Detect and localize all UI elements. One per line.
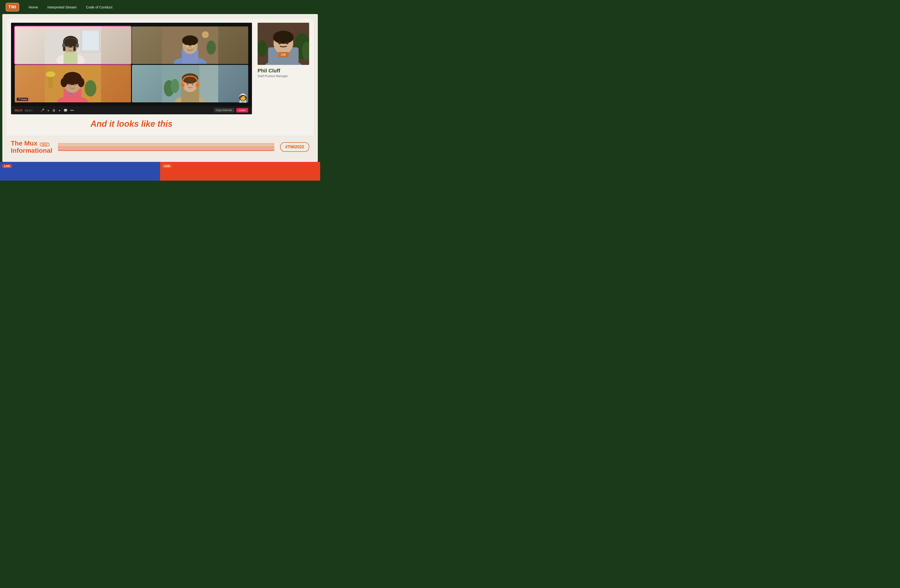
svg-point-63 [273,31,294,44]
stripe-4 [58,147,275,148]
astronaut-decoration: 🧑‍🚀 [237,93,248,103]
svg-point-64 [278,42,281,44]
participant-video-4 [132,65,248,102]
svg-point-12 [67,46,69,48]
tile-2-noise [160,162,320,181]
svg-rect-51 [196,83,199,87]
svg-point-17 [202,31,209,39]
live-tile-1: LIVE [0,162,160,181]
brand-line1: The Mux [11,139,37,147]
svg-rect-9 [73,42,76,51]
footer-strip: The Mux 2022 Informational #TMI2022 [6,136,314,158]
brand-line2: Informational [11,147,52,155]
more-icon[interactable]: ••• [70,108,74,112]
speaker-name: Phil Cluff [258,68,309,74]
svg-point-29 [46,71,55,77]
stripes-decoration [58,143,275,151]
participant-3-visual [15,65,131,102]
brand-text-line1: The Mux 2022 [11,140,52,147]
video-section: 🎤 Muted [11,23,252,131]
tile-1-noise [0,162,160,181]
video-grid: 🎤 Muted [11,23,252,106]
svg-point-30 [85,80,96,96]
nav-code-of-conduct[interactable]: Code of Conduct [86,5,113,9]
svg-rect-14 [64,52,78,64]
speaker-panel: LUX Phil Cluff Staff Product Manager [258,23,309,131]
participant-video-3: 🎤 Muted [15,65,131,102]
participant-4-visual [132,65,248,102]
svg-rect-11 [76,43,79,47]
screen-chevron[interactable]: ▲ [58,109,61,111]
main-content: 🎤 Muted [2,14,318,162]
mic-icon[interactable]: 🎤 [40,108,44,112]
svg-point-43 [171,79,179,93]
muted-indicator: 🎤 Muted [17,98,28,101]
navigation: TMI Home Interpreted Stream Code of Cond… [0,0,320,14]
mux-meet-window: 🎤 Muted [11,23,252,115]
nav-interpreted-stream[interactable]: Interpreted Stream [47,5,77,9]
tmi-brand-logo: The Mux 2022 Informational [11,140,52,155]
svg-point-58 [258,40,267,57]
participant-video-1 [15,26,131,64]
participant-cell-4 [132,65,248,102]
svg-point-37 [78,78,84,87]
toolbar-icons: 🎤 ▲ 🖥 ▲ 💬 ••• [40,108,74,112]
meet-sub-text: MEET [25,109,33,112]
mic-chevron[interactable]: ▲ [47,109,50,111]
speaker-title: Staff Product Manager [258,74,309,78]
participant-cell-2 [132,26,248,64]
hashtag-badge: #TMI2022 [280,142,309,152]
logo: TMI [6,3,19,11]
participant-2-visual [132,26,248,64]
copy-invite-link-button[interactable]: Copy Invite link [214,108,234,113]
meet-toolbar: MUX MEET 🎤 ▲ 🖥 ▲ 💬 ••• Copy Invite link … [11,106,252,115]
participant-cell-3: 🎤 Muted [15,65,131,102]
content-card: 🎤 Muted [6,18,314,136]
speaker-video: LUX [258,23,309,65]
screen-icon[interactable]: 🖥 [52,108,56,112]
svg-point-13 [72,46,74,48]
stripe-5 [58,149,275,150]
mux-logo-text: MUX [15,108,23,112]
leave-button[interactable]: Leave [236,108,248,113]
participant-cell-1 [15,26,131,64]
stripe-3 [58,146,275,147]
live-tiles: LIVE LIVE [0,162,320,181]
svg-point-38 [69,84,71,86]
svg-rect-10 [62,43,65,47]
svg-rect-24 [191,45,195,48]
live-tile-2: LIVE [160,162,320,181]
participant-video-2 [132,26,248,64]
speaker-visual: LUX [258,23,309,65]
svg-point-53 [192,84,194,85]
svg-rect-44 [199,65,218,102]
svg-point-65 [286,42,289,44]
svg-rect-2 [82,31,99,50]
mux-meet-logo: MUX MEET [15,108,33,113]
participant-1-visual [15,26,131,64]
svg-point-39 [74,84,76,86]
svg-point-22 [182,36,198,46]
svg-rect-23 [185,45,189,48]
year-badge: 2022 [40,143,49,146]
nav-home[interactable]: Home [29,5,38,9]
svg-point-36 [61,78,67,87]
caption-text: And it looks like this [11,115,252,131]
svg-point-18 [206,40,216,54]
chat-icon[interactable]: 💬 [64,108,67,112]
stripe-6 [58,150,275,151]
stripe-1 [58,143,275,144]
svg-text:LUX: LUX [281,53,286,56]
svg-point-52 [186,84,188,85]
toolbar-right: Copy Invite link Leave [214,108,248,113]
stripe-2 [58,144,275,145]
svg-rect-50 [181,83,185,87]
